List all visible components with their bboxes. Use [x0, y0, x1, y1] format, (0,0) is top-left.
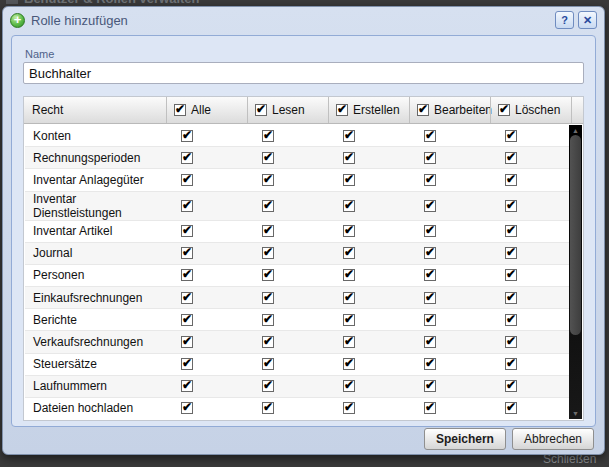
permission-checkbox[interactable]: [262, 402, 274, 414]
permission-checkbox[interactable]: [262, 152, 274, 164]
permission-checkbox[interactable]: [262, 336, 274, 348]
cancel-button[interactable]: Abbrechen: [512, 428, 594, 450]
permission-checkbox[interactable]: [262, 358, 274, 370]
permission-checkbox[interactable]: [343, 152, 355, 164]
row-label: Journal: [25, 246, 164, 260]
permission-checkbox[interactable]: [343, 174, 355, 186]
permission-checkbox[interactable]: [262, 200, 274, 212]
permission-checkbox[interactable]: [262, 130, 274, 142]
permission-checkbox[interactable]: [424, 130, 436, 142]
permission-checkbox[interactable]: [424, 174, 436, 186]
name-input[interactable]: [23, 62, 584, 84]
permission-cell: [488, 292, 569, 304]
permission-checkbox[interactable]: [343, 402, 355, 414]
column-checkbox[interactable]: [417, 104, 429, 116]
permission-checkbox[interactable]: [343, 336, 355, 348]
permission-checkbox[interactable]: [262, 314, 274, 326]
permission-checkbox[interactable]: [181, 152, 193, 164]
close-button[interactable]: ✕: [578, 11, 597, 29]
permission-cell: [488, 174, 569, 186]
permission-checkbox[interactable]: [505, 130, 517, 142]
permission-checkbox[interactable]: [181, 225, 193, 237]
permission-checkbox[interactable]: [505, 402, 517, 414]
permission-cell: [164, 292, 245, 304]
permission-checkbox[interactable]: [424, 200, 436, 212]
permission-cell: [245, 152, 326, 164]
permission-checkbox[interactable]: [181, 130, 193, 142]
permission-checkbox[interactable]: [181, 358, 193, 370]
row-label: Rechnungsperioden: [25, 151, 164, 165]
table-row: Journal: [25, 243, 569, 265]
table-scrollbar[interactable]: ▲ ▼: [569, 125, 582, 419]
permission-checkbox[interactable]: [262, 247, 274, 259]
permission-checkbox[interactable]: [181, 314, 193, 326]
permission-checkbox[interactable]: [505, 292, 517, 304]
permission-checkbox[interactable]: [505, 152, 517, 164]
permission-checkbox[interactable]: [424, 314, 436, 326]
permission-checkbox[interactable]: [343, 314, 355, 326]
column-header-lesen: Lesen: [247, 97, 328, 123]
permission-checkbox[interactable]: [181, 174, 193, 186]
permission-checkbox[interactable]: [424, 358, 436, 370]
save-button[interactable]: Speichern: [424, 428, 506, 450]
permission-checkbox[interactable]: [505, 269, 517, 281]
permission-checkbox[interactable]: [424, 247, 436, 259]
table-row: Berichte: [25, 309, 569, 331]
permission-checkbox[interactable]: [424, 402, 436, 414]
scroll-up-icon[interactable]: ▲: [569, 126, 582, 135]
permission-cell: [245, 380, 326, 392]
permission-checkbox[interactable]: [424, 336, 436, 348]
permission-checkbox[interactable]: [181, 247, 193, 259]
scroll-down-icon[interactable]: ▼: [569, 409, 582, 418]
column-checkbox[interactable]: [255, 104, 267, 116]
permission-checkbox[interactable]: [181, 269, 193, 281]
permission-checkbox[interactable]: [505, 174, 517, 186]
permission-checkbox[interactable]: [181, 380, 193, 392]
permission-checkbox[interactable]: [262, 174, 274, 186]
permission-checkbox[interactable]: [505, 358, 517, 370]
permission-checkbox[interactable]: [181, 200, 193, 212]
help-button[interactable]: ?: [555, 11, 574, 29]
permission-checkbox[interactable]: [424, 269, 436, 281]
permission-checkbox[interactable]: [343, 130, 355, 142]
permission-cell: [407, 336, 488, 348]
permission-checkbox[interactable]: [343, 247, 355, 259]
permission-checkbox[interactable]: [343, 269, 355, 281]
permission-checkbox[interactable]: [424, 152, 436, 164]
permission-checkbox[interactable]: [505, 225, 517, 237]
permission-cell: [488, 336, 569, 348]
column-checkbox[interactable]: [174, 104, 186, 116]
permission-checkbox[interactable]: [424, 380, 436, 392]
permission-checkbox[interactable]: [262, 380, 274, 392]
permission-checkbox[interactable]: [424, 292, 436, 304]
permission-cell: [245, 358, 326, 370]
dialog-titlebar: Rolle hinzufügen ? ✕: [3, 7, 604, 33]
permissions-header: Recht AlleLesenErstellenBearbeitenLösche…: [24, 97, 583, 124]
table-row: Inventar Anlagegüter: [25, 169, 569, 191]
table-row: Dateien hochladen: [25, 398, 569, 419]
permission-checkbox[interactable]: [343, 200, 355, 212]
permission-cell: [326, 174, 407, 186]
permission-cell: [326, 269, 407, 281]
permission-checkbox[interactable]: [262, 292, 274, 304]
permission-checkbox[interactable]: [181, 402, 193, 414]
permission-checkbox[interactable]: [505, 336, 517, 348]
permission-checkbox[interactable]: [505, 247, 517, 259]
permission-checkbox[interactable]: [262, 225, 274, 237]
permission-checkbox[interactable]: [505, 380, 517, 392]
permission-checkbox[interactable]: [343, 292, 355, 304]
permission-checkbox[interactable]: [181, 336, 193, 348]
permission-checkbox[interactable]: [505, 200, 517, 212]
permission-checkbox[interactable]: [505, 314, 517, 326]
permission-cell: [488, 152, 569, 164]
permission-checkbox[interactable]: [424, 225, 436, 237]
scrollbar-thumb[interactable]: [570, 135, 581, 335]
permission-checkbox[interactable]: [343, 225, 355, 237]
permission-checkbox[interactable]: [343, 380, 355, 392]
permission-cell: [164, 225, 245, 237]
permission-checkbox[interactable]: [343, 358, 355, 370]
column-checkbox[interactable]: [336, 104, 348, 116]
permission-checkbox[interactable]: [181, 292, 193, 304]
column-checkbox[interactable]: [498, 104, 510, 116]
permission-checkbox[interactable]: [262, 269, 274, 281]
